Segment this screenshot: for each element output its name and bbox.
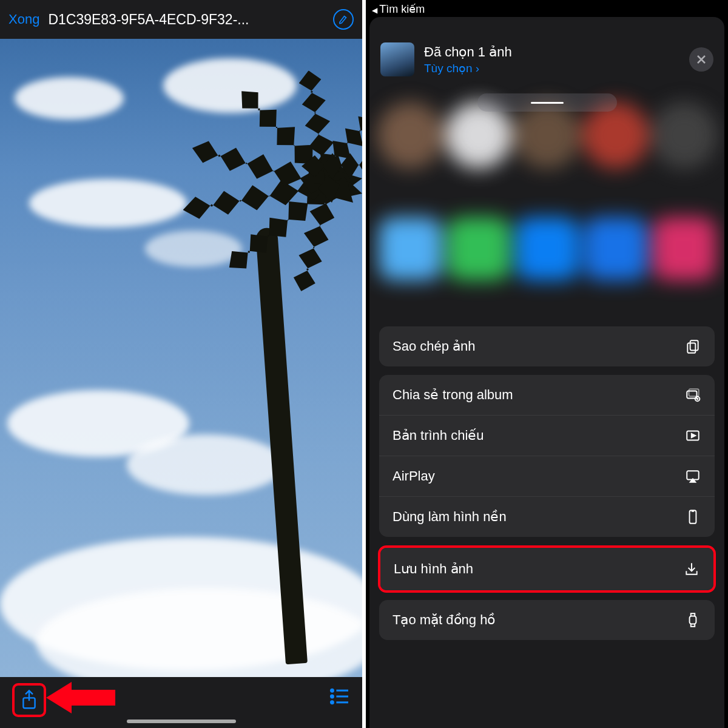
share-app[interactable] bbox=[584, 217, 647, 280]
action-label: Lưu hình ảnh bbox=[394, 561, 473, 577]
share-app[interactable] bbox=[379, 217, 442, 280]
share-app[interactable] bbox=[447, 217, 510, 280]
close-icon bbox=[696, 55, 706, 64]
options-link[interactable]: Tùy chọn bbox=[424, 61, 679, 75]
photo-viewer-pane: Xong D1C39E83-9F5A-4ECD-9F32-... bbox=[0, 0, 364, 728]
iphone-icon bbox=[685, 509, 701, 525]
svg-point-3 bbox=[331, 695, 333, 698]
svg-rect-20 bbox=[690, 616, 696, 624]
selection-count: Đã chọn 1 ảnh bbox=[424, 44, 679, 60]
share-sheet-pane: Tìm kiếm Đã chọn 1 ảnh Tùy chọn Sao chép… bbox=[364, 0, 728, 728]
airdrop-contact[interactable] bbox=[514, 102, 581, 169]
action-l-u-h-nh-nh[interactable]: Lưu hình ảnh bbox=[380, 548, 713, 590]
markup-button[interactable] bbox=[333, 9, 354, 30]
action-airplay[interactable]: AirPlay bbox=[379, 456, 715, 496]
action-label: Dùng làm hình nền bbox=[393, 509, 507, 525]
action-group: Tạo mặt đồng hồ bbox=[379, 600, 715, 640]
action-label: Tạo mặt đồng hồ bbox=[393, 612, 495, 628]
markup-icon bbox=[338, 14, 349, 25]
grabber-pill[interactable] bbox=[477, 93, 617, 112]
breadcrumb-back[interactable]: Tìm kiếm bbox=[366, 0, 431, 18]
svg-point-1 bbox=[331, 689, 333, 692]
action-label: Chia sẻ trong album bbox=[393, 387, 513, 403]
share-app[interactable] bbox=[516, 217, 579, 280]
share-icon bbox=[20, 689, 38, 711]
action-group: Chia sẻ trong albumBản trình chiếuAirPla… bbox=[379, 375, 715, 537]
action-icon-wrap bbox=[684, 387, 701, 403]
action-icon-wrap bbox=[684, 468, 701, 484]
list-button[interactable] bbox=[329, 683, 350, 705]
action-d-ng-l-m-h-nh-n-n[interactable]: Dùng làm hình nền bbox=[379, 496, 715, 537]
svg-rect-10 bbox=[687, 343, 695, 353]
svg-rect-9 bbox=[690, 340, 698, 350]
palm-tree bbox=[156, 118, 362, 664]
shared-album-icon bbox=[685, 387, 701, 403]
annotation-arrow bbox=[46, 682, 115, 713]
airdrop-contact[interactable] bbox=[377, 102, 443, 169]
download-icon bbox=[684, 561, 699, 577]
share-button-highlighted[interactable] bbox=[12, 683, 46, 717]
action-icon-wrap bbox=[683, 561, 700, 577]
list-icon bbox=[329, 688, 350, 705]
airdrop-contact[interactable] bbox=[445, 102, 512, 169]
airplay-icon bbox=[685, 468, 701, 484]
action-label: Sao chép ảnh bbox=[393, 339, 476, 354]
action-group: Sao chép ảnh bbox=[379, 326, 715, 366]
svg-rect-18 bbox=[690, 510, 696, 524]
action-t-o-m-t-ng-h-[interactable]: Tạo mặt đồng hồ bbox=[379, 600, 715, 640]
action-b-n-tr-nh-chi-u[interactable]: Bản trình chiếu bbox=[379, 415, 715, 456]
viewer-top-bar: Xong D1C39E83-9F5A-4ECD-9F32-... bbox=[0, 0, 362, 39]
share-sheet: Đã chọn 1 ảnh Tùy chọn Sao chép ảnhChia … bbox=[369, 17, 724, 728]
highlighted-action: Lưu hình ảnh bbox=[378, 545, 716, 593]
svg-point-5 bbox=[331, 701, 333, 704]
airdrop-contact[interactable] bbox=[651, 102, 718, 169]
action-icon-wrap bbox=[684, 509, 701, 525]
share-app[interactable] bbox=[653, 217, 716, 280]
photo-content[interactable] bbox=[0, 39, 362, 677]
action-icon-wrap bbox=[684, 428, 701, 443]
done-button[interactable]: Xong bbox=[8, 12, 39, 27]
copy-icon bbox=[685, 339, 701, 354]
airdrop-contact[interactable] bbox=[582, 102, 649, 169]
file-title: D1C39E83-9F5A-4ECD-9F32-... bbox=[48, 12, 325, 28]
action-label: AirPlay bbox=[393, 468, 435, 484]
action-chia-s-trong-album[interactable]: Chia sẻ trong album bbox=[379, 375, 715, 415]
action-icon-wrap bbox=[684, 339, 701, 354]
action-icon-wrap bbox=[684, 612, 701, 628]
home-indicator bbox=[127, 720, 236, 723]
share-sheet-header: Đã chọn 1 ảnh Tùy chọn bbox=[380, 42, 713, 76]
action-label: Bản trình chiếu bbox=[393, 428, 484, 443]
selection-thumbnail[interactable] bbox=[380, 42, 414, 76]
close-button[interactable] bbox=[689, 47, 713, 72]
play-rect-icon bbox=[685, 428, 701, 443]
watch-icon bbox=[685, 612, 701, 628]
action-sao-ch-p-nh[interactable]: Sao chép ảnh bbox=[379, 326, 715, 366]
